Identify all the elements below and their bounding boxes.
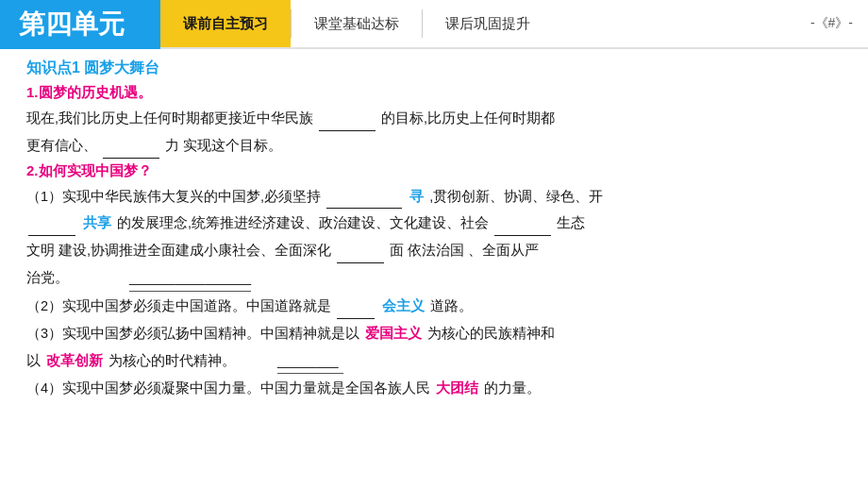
sub1-line3: 文明 建设,协调推进全面建成小康社会、全面深化 面 依法治国 、全面从严 <box>26 238 842 263</box>
answer-gaigechuangxin: 改革创新 <box>46 348 103 374</box>
q2-title: 2.如何实现中国梦？ <box>26 162 842 180</box>
content-area: 知识点1 圆梦大舞台 1.圆梦的历史机遇。 现在,我们比历史上任何时期都更接近中… <box>0 49 868 489</box>
underline-2: ________ <box>277 348 343 375</box>
sub1-line2: 共享 的发展理念,统筹推进经济建设、政治建设、文化建设、社会 生态 <box>26 211 842 236</box>
tab-classroom[interactable]: 课堂基础达标 <box>292 0 422 47</box>
blank-7 <box>337 304 375 319</box>
blank-2 <box>103 143 159 159</box>
q1-title: 1.圆梦的历史机遇。 <box>26 84 842 102</box>
page-number: -《#》- <box>810 15 868 32</box>
blank-3 <box>326 194 402 209</box>
answer-gongxiang: 共享 <box>83 211 111 236</box>
blank-4 <box>28 221 75 236</box>
unit-title-box: 第四单元 <box>0 0 160 49</box>
tab-review[interactable]: 课后巩固提升 <box>423 0 553 47</box>
underline-1: ________________ <box>129 265 251 292</box>
answer-aiguozhuyi: 爱国主义 <box>365 321 422 346</box>
sub4-line: （4）实现中国梦必须凝聚中国力量。中国力量就是全国各族人民 大团结 的力量。 <box>26 376 842 401</box>
blank-6 <box>337 248 384 263</box>
sub1-line4: 治党。 ________________ <box>26 265 842 292</box>
tabs-area: 课前自主预习 课堂基础达标 课后巩固提升 -《#》- <box>160 0 868 49</box>
blank-1 <box>319 116 376 131</box>
sub1-line1: （1）实现中华民族伟大复兴的中国梦,必须坚持 寻 ,贯彻创新、协调、绿色、开 <box>26 184 842 210</box>
line-1: 现在,我们比历史上任何时期都更接近中华民族 的目标,比历史上任何时期都 <box>26 106 842 131</box>
sub3-line: （3）实现中国梦必须弘扬中国精神。中国精神就是以 爱国主义 为核心的民族精神和 <box>26 321 842 346</box>
answer-xun: 寻 <box>409 184 424 210</box>
blank-5 <box>494 221 551 236</box>
answer-datuanjie: 大团结 <box>436 376 478 401</box>
section-title: 知识点1 圆梦大舞台 <box>26 59 842 78</box>
answer-shehuizhuyi: 会主义 <box>382 294 425 319</box>
unit-title: 第四单元 <box>19 7 125 42</box>
sub3-line2: 以 改革创新 为核心的时代精神。 ________ <box>26 348 842 375</box>
sub2-line: （2）实现中国梦必须走中国道路。中国道路就是 会主义 道路。 <box>26 294 842 319</box>
tab-preview[interactable]: 课前自主预习 <box>160 0 291 47</box>
line-2: 更有信心、 力 实现这个目标。 <box>26 133 842 159</box>
